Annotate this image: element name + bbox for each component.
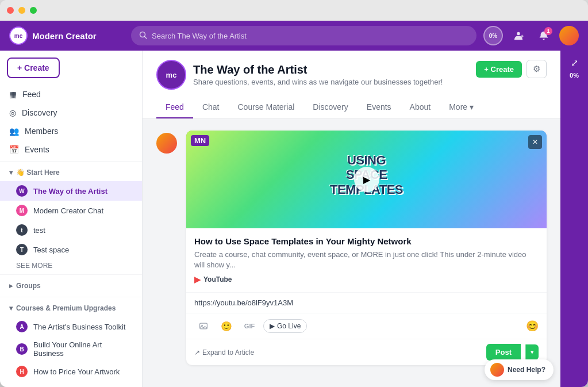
- youtube-label: YouTube: [203, 275, 232, 283]
- sidebar-item-discovery-label: Discovery: [22, 108, 57, 117]
- video-title-line1: USING: [330, 153, 403, 167]
- tab-feed[interactable]: Feed: [156, 97, 193, 118]
- groups-label: Groups: [16, 282, 41, 290]
- image-action-button[interactable]: [194, 318, 213, 334]
- post-url: https://youtu.be/o8lF9yv1A3M: [186, 292, 547, 313]
- search-placeholder: Search The Way of the Artist: [152, 32, 247, 40]
- tab-more[interactable]: More ▾: [440, 97, 483, 118]
- emoji-action-button[interactable]: 🙂: [217, 318, 236, 334]
- sidebar-item-test[interactable]: t test: [0, 220, 142, 240]
- notifications-button[interactable]: 1: [534, 26, 554, 45]
- topnav-right: 0% 1: [483, 26, 579, 45]
- video-play-button[interactable]: ▶: [354, 167, 379, 192]
- post-actions: 🙂 GIF ▶ Go Live 😊: [186, 313, 547, 339]
- minimize-dot[interactable]: [18, 7, 25, 14]
- tab-chat[interactable]: Chat: [193, 97, 229, 118]
- post-dropdown-button[interactable]: ▾: [525, 344, 539, 360]
- course-label-online-art: Build Your Online Art Business: [33, 340, 133, 358]
- post-submit-button[interactable]: Post: [486, 344, 521, 361]
- sidebar-item-discovery[interactable]: ◎ Discovery: [0, 104, 142, 122]
- feed-content: MN USING SPACE TEMPLATES ▶ ✕ How to Use …: [143, 119, 560, 377]
- start-here-section[interactable]: ▾ 👋 Start Here: [0, 164, 142, 181]
- video-info-desc: Create a course, chat community, event s…: [194, 250, 539, 270]
- create-button[interactable]: + Create: [7, 58, 60, 78]
- chevron-right-icon: ▸: [9, 282, 13, 290]
- sidebar-item-artists-toolkit[interactable]: A The Artist's Business Toolkit: [0, 317, 142, 336]
- app-body: mc Modern Creator Search The Way of the …: [0, 21, 588, 387]
- course-icon-online-art: B: [16, 343, 28, 355]
- brand-logo: mc: [9, 26, 28, 45]
- tab-events[interactable]: Events: [358, 97, 401, 118]
- svg-line-1: [145, 36, 147, 39]
- start-here-label: 👋 Start Here: [16, 168, 60, 177]
- space-icon-test: t: [16, 224, 28, 236]
- courses-chevron-icon: ▾: [9, 304, 13, 312]
- course-label-price: How to Price Your Artwork: [33, 367, 120, 376]
- create-post-button[interactable]: + Create: [476, 61, 522, 78]
- settings-button[interactable]: ⚙: [526, 60, 547, 78]
- topnav: mc Modern Creator Search The Way of the …: [0, 21, 588, 51]
- reaction-emoji-button[interactable]: 😊: [526, 320, 539, 332]
- sidebar-item-feed[interactable]: ▦ Feed: [0, 85, 142, 104]
- space-label-chat: Modern Creator Chat: [33, 206, 103, 215]
- course-icon-toolkit: A: [16, 321, 28, 332]
- go-live-icon: ▶: [270, 322, 275, 330]
- brand-name: Modern Creator: [32, 31, 97, 41]
- search-icon: [139, 31, 147, 41]
- main-layout: + Create ▦ Feed ◎ Discovery 👥 Members 📅 …: [0, 51, 588, 387]
- sidebar-item-price-artwork[interactable]: H How to Price Your Artwork: [0, 362, 142, 381]
- sidebar-item-test-space[interactable]: T Test space: [0, 240, 142, 259]
- see-more-button[interactable]: SEE MORE: [0, 259, 142, 272]
- help-avatar: [490, 363, 504, 377]
- tab-discovery[interactable]: Discovery: [303, 97, 357, 118]
- sidebar-item-members[interactable]: 👥 Members: [0, 122, 142, 140]
- video-close-button[interactable]: ✕: [528, 135, 542, 149]
- groups-section[interactable]: ▸ Groups: [0, 277, 142, 294]
- sidebar-item-events-label: Events: [25, 145, 49, 154]
- space-text-info: The Way of the Artist Share questions, e…: [193, 63, 443, 86]
- sidebar-item-modern-creator-chat[interactable]: M Modern Creator Chat: [0, 201, 142, 220]
- user-avatar[interactable]: [559, 26, 579, 45]
- sidebar-item-the-way-of-the-artist[interactable]: W The Way of the Artist: [0, 181, 142, 201]
- expand-to-article-button[interactable]: ↗ Expand to Article: [194, 348, 254, 357]
- sidebar-item-feed-label: Feed: [22, 90, 41, 99]
- space-info: mc The Way of the Artist Share questions…: [156, 60, 443, 90]
- youtube-badge: ▶ YouTube: [194, 275, 539, 284]
- members-icon: 👥: [9, 127, 19, 136]
- sidebar-item-events[interactable]: 📅 Events: [0, 140, 142, 159]
- space-tabs: Feed Chat Course Material Discovery Even…: [156, 97, 547, 118]
- close-dot[interactable]: [7, 7, 14, 14]
- poster-avatar: [156, 133, 177, 154]
- space-label-test-space: Test space: [33, 246, 69, 254]
- courses-section[interactable]: ▾ Courses & Premium Upgrades: [0, 300, 142, 317]
- expand-icon: ↗: [194, 348, 200, 357]
- go-live-label: Go Live: [277, 322, 301, 330]
- space-header: mc The Way of the Artist Share questions…: [143, 51, 560, 119]
- youtube-icon: ▶: [194, 275, 201, 284]
- video-info-title: How to Use Space Templates in Your Might…: [194, 236, 539, 246]
- mn-badge: MN: [191, 135, 209, 146]
- course-label-toolkit: The Artist's Business Toolkit: [33, 323, 125, 331]
- chevron-down-icon: ▾: [9, 168, 13, 177]
- space-actions: + Create ⚙: [476, 60, 547, 78]
- sidebar-item-members-label: Members: [25, 127, 58, 136]
- tab-course-material[interactable]: Course Material: [229, 97, 304, 118]
- progress-badge: 0%: [483, 26, 503, 45]
- space-label-artist: The Way of the Artist: [33, 187, 107, 196]
- app-window: mc Modern Creator Search The Way of the …: [0, 0, 588, 387]
- titlebar: [0, 0, 588, 21]
- go-live-button[interactable]: ▶ Go Live: [263, 319, 307, 333]
- space-icon-test-space: T: [16, 244, 28, 255]
- gif-action-button[interactable]: GIF: [240, 318, 259, 334]
- add-member-button[interactable]: [509, 26, 528, 45]
- progress-percent: 0%: [570, 72, 579, 79]
- video-info: How to Use Space Templates in Your Might…: [186, 228, 547, 292]
- search-bar[interactable]: Search The Way of the Artist: [131, 26, 476, 45]
- tab-about[interactable]: About: [401, 97, 440, 118]
- maximize-dot[interactable]: [30, 7, 37, 14]
- video-preview: MN USING SPACE TEMPLATES ▶ ✕: [186, 131, 547, 228]
- post-card: MN USING SPACE TEMPLATES ▶ ✕ How to Use …: [186, 131, 547, 365]
- sidebar-item-build-online-art[interactable]: B Build Your Online Art Business: [0, 336, 142, 362]
- need-help-button[interactable]: Need Help?: [485, 359, 554, 380]
- progress-expand-button[interactable]: ⤢: [571, 58, 578, 68]
